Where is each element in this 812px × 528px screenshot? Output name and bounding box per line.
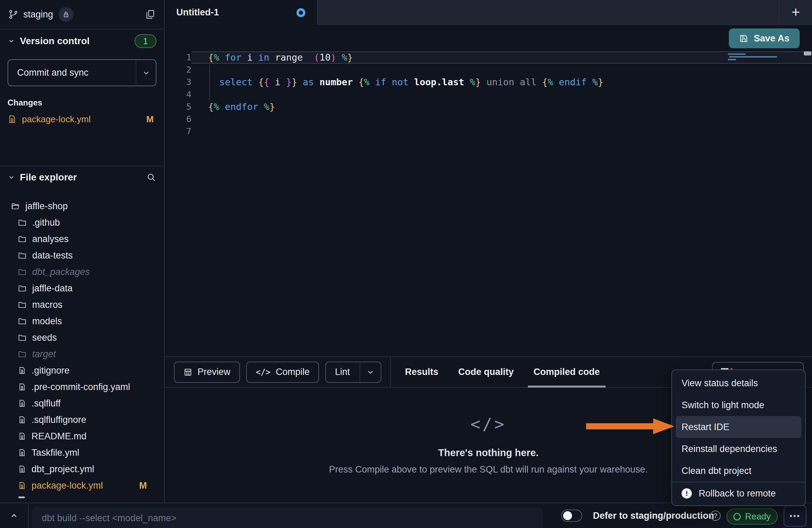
file-icon [18,366,26,375]
code-line-3[interactable]: 3 select {{ i }} as number {% if not loo… [165,76,812,88]
exclamation-circle-icon: ! [682,488,692,499]
editor-tabbar: Untitled-1 + [165,0,812,25]
tree-item-dbt_packages[interactable]: dbt_packages [8,264,156,280]
modified-flag: M [146,114,154,125]
compile-button[interactable]: </> Compile [246,362,319,383]
lint-options-chevron[interactable] [360,362,381,382]
chevron-up-icon [10,511,18,520]
modified-flag: M [139,480,147,491]
tree-item-.gitignore[interactable]: .gitignore [8,362,156,379]
code-editor[interactable]: 1{% for i in range (10) %}23 select {{ i… [165,51,812,356]
tree-item-analyses[interactable]: analyses [8,231,156,247]
sidebar: staging Version control 1 [0,0,165,503]
tab-compiled-code[interactable]: Compiled code [524,357,610,387]
folder-open-icon [11,202,20,211]
commit-options-chevron[interactable] [136,60,156,86]
tabbar-empty-area: + [318,0,812,25]
version-control-header[interactable]: Version control 1 [8,34,156,48]
menu-item-switch-to-light-mode[interactable]: Switch to light mode [672,394,805,416]
editor-toolbar: Save As [165,25,812,51]
chevron-down-icon [8,37,15,45]
branch-name[interactable]: staging [23,9,53,20]
copy-icon[interactable] [145,9,156,20]
indent-guide [209,64,210,101]
tree-item-README.md[interactable]: README.md [8,428,156,444]
code-line-6[interactable]: 6 [165,113,812,125]
file-icon [18,432,26,441]
folder-icon [18,350,27,359]
tree-item-dbt_project.yml[interactable]: dbt_project.yml [8,461,156,477]
minimap[interactable] [728,52,802,66]
changed-file-name: package-lock.yml [22,114,91,125]
line-number: 4 [165,88,191,101]
defer-toggle[interactable] [561,510,582,522]
tree-item-jaffle-data[interactable]: jaffle-data [8,280,156,297]
preview-button[interactable]: Preview [174,362,240,383]
clipped-tree-item [18,496,25,498]
branch-header: staging [0,0,164,29]
defer-label: Defer to staging/production [593,503,714,528]
code-lines: 1{% for i in range (10) %}23 select {{ i… [165,51,812,138]
line-number: 5 [165,101,191,113]
tree-item-.sqlfluffignore[interactable]: .sqlfluffignore [8,412,156,428]
results-tabs: ResultsCode qualityCompiled code [395,357,610,387]
changes-count-badge: 1 [135,34,156,48]
help-icon[interactable]: ? [710,511,721,521]
editor-scrollbar-thumb[interactable] [804,51,811,55]
ready-dot-icon [733,513,741,520]
code-line-5[interactable]: 5{% endfor %} [165,101,812,113]
search-icon[interactable] [146,172,156,183]
file-icon [18,399,26,408]
code-line-4[interactable]: 4 [165,88,812,101]
menu-item-rollback-to-remote[interactable]: !Rollback to remote [672,482,805,504]
file-explorer-section: File explorer jaffle-shop.githubanalyses… [0,166,164,503]
tab-results[interactable]: Results [395,357,448,387]
tree-item-seeds[interactable]: seeds [8,329,156,346]
tree-item-macros[interactable]: macros [8,297,156,313]
file-icon [18,382,26,391]
ide-options-menu: View status detailsSwitch to light modeR… [671,369,806,506]
menu-item-view-status-details[interactable]: View status details [672,372,805,394]
section-title: Version control [20,36,90,47]
code-line-2[interactable]: 2 [165,64,812,76]
toolbar-divider [390,357,391,387]
file-explorer-header[interactable]: File explorer [8,171,156,184]
table-icon [183,368,192,377]
save-as-button[interactable]: Save As [729,28,800,48]
lint-button[interactable]: Lint [325,362,381,383]
menu-item-clean-dbt-project[interactable]: Clean dbt project [672,460,805,482]
file-tree: jaffle-shop.githubanalysesdata-testsdbt_… [8,198,156,503]
tree-item-models[interactable]: models [8,313,156,329]
more-options-button[interactable]: ••• [784,505,807,527]
tree-item-target[interactable]: target [8,346,156,362]
file-icon [18,448,26,457]
folder-icon [18,235,27,243]
tab-title: Untitled-1 [176,7,219,18]
expand-command-bar-button[interactable] [0,503,29,528]
chevron-down-icon [8,174,15,181]
tab-code-quality[interactable]: Code quality [448,357,524,387]
command-input[interactable] [31,507,543,528]
changed-file-row[interactable]: package-lock.yml M [8,112,156,126]
tree-item-.github[interactable]: .github [8,214,156,231]
toggle-knob [563,511,572,520]
tree-item-.pre-commit-config.yaml[interactable]: .pre-commit-config.yaml [8,379,156,395]
tree-item-Taskfile.yml[interactable]: Taskfile.yml [8,444,156,461]
file-icon [18,415,26,424]
tree-item-.sqlfluff[interactable]: .sqlfluff [8,395,156,412]
code-icon: </> [256,367,270,377]
new-tab-button[interactable]: + [779,0,812,24]
tree-item-package-lock.yml[interactable]: package-lock.ymlM [8,477,156,494]
code-line-1[interactable]: 1{% for i in range (10) %} [165,51,812,64]
file-icon [18,465,26,474]
menu-item-reinstall-dependencies[interactable]: Reinstall dependencies [672,438,805,460]
tab-untitled-1[interactable]: Untitled-1 [165,0,318,25]
file-icon [18,481,26,490]
code-line-7[interactable]: 7 [165,125,812,138]
status-badge[interactable]: Ready [726,508,778,525]
tree-item-jaffle-shop[interactable]: jaffle-shop [8,198,156,214]
commit-and-sync-button[interactable]: Commit and sync [8,59,156,86]
version-control-section: Version control 1 Commit and sync Change… [0,29,164,166]
tree-item-data-tests[interactable]: data-tests [8,247,156,264]
menu-item-restart-ide[interactable]: Restart IDE [676,416,801,438]
